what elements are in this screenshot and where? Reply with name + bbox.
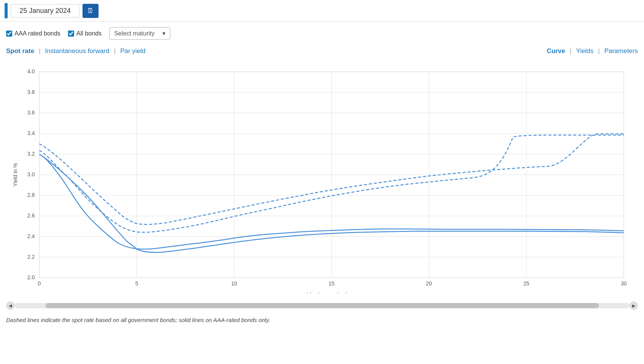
footnote: Dashed lines indicate the spot rate base… — [0, 313, 644, 331]
calendar-button[interactable]: 🗓 — [83, 4, 99, 18]
filter-bar: AAA rated bonds All bonds Select maturit… — [0, 22, 644, 45]
x-axis-label: Residual maturity in years — [296, 292, 367, 293]
svg-text:30: 30 — [621, 280, 627, 287]
nav-sep-4: | — [598, 47, 600, 55]
svg-text:10: 10 — [231, 280, 237, 287]
nav-yields[interactable]: Yields — [576, 47, 594, 55]
nav-parameters[interactable]: Parameters — [604, 47, 638, 55]
nav-sep-3: | — [570, 47, 571, 55]
aaa-bonds-checkbox[interactable] — [6, 31, 12, 37]
y-axis-label: Yield in % — [12, 163, 18, 187]
scrollbar-row: ◀ ▶ — [0, 298, 644, 313]
svg-text:2.0: 2.0 — [28, 274, 35, 280]
svg-text:20: 20 — [426, 280, 432, 287]
chart-svg: 4.0 3.8 3.6 3.4 3.2 3.0 2.8 2.6 2.4 2.2 … — [6, 64, 638, 293]
svg-text:2.4: 2.4 — [28, 233, 35, 239]
footnote-text: Dashed lines indicate the spot rate base… — [6, 317, 270, 323]
aaa-bonds-label[interactable]: AAA rated bonds — [6, 30, 60, 37]
maturity-select[interactable]: Select maturity 1Y 2Y 5Y 10Y 20Y 30Y — [114, 30, 159, 37]
top-bar: 25 January 2024 🗓 — [0, 0, 644, 22]
svg-text:5: 5 — [135, 280, 138, 287]
svg-text:3.2: 3.2 — [28, 151, 35, 157]
nav-curve[interactable]: Curve — [547, 47, 565, 55]
svg-text:2.8: 2.8 — [28, 192, 35, 198]
svg-text:3.8: 3.8 — [28, 89, 35, 95]
svg-text:15: 15 — [328, 280, 335, 287]
scrollbar-right-arrow[interactable]: ▶ — [629, 301, 638, 310]
nav-right: Curve | Yields | Parameters — [547, 47, 638, 55]
svg-text:3.6: 3.6 — [28, 110, 35, 116]
date-indicator — [5, 3, 8, 18]
svg-text:0: 0 — [38, 280, 41, 287]
all-bonds-checkbox[interactable] — [68, 31, 74, 37]
scrollbar-left-arrow[interactable]: ◀ — [6, 301, 15, 310]
all-bonds-text: All bonds — [76, 30, 102, 37]
nav-instantaneous-forward[interactable]: Instantaneous forward — [45, 47, 109, 55]
nav-sep-2: | — [114, 47, 115, 55]
chevron-down-icon: ▾ — [162, 30, 165, 37]
svg-text:25: 25 — [523, 280, 529, 287]
nav-left: Spot rate | Instantaneous forward | Par … — [6, 47, 146, 55]
nav-sep-1: | — [39, 47, 40, 55]
svg-text:3.4: 3.4 — [28, 130, 35, 136]
svg-text:2.2: 2.2 — [28, 254, 35, 260]
nav-par-yield[interactable]: Par yield — [120, 47, 146, 55]
nav-bar: Spot rate | Instantaneous forward | Par … — [0, 45, 644, 60]
date-display: 25 January 2024 — [11, 4, 79, 18]
svg-text:3.0: 3.0 — [28, 171, 35, 177]
aaa-bonds-text: AAA rated bonds — [15, 30, 60, 37]
scrollbar-thumb[interactable] — [45, 303, 599, 308]
scrollbar-track[interactable] — [15, 303, 629, 308]
all-bonds-label[interactable]: All bonds — [68, 30, 102, 37]
svg-text:4.0: 4.0 — [28, 68, 35, 74]
svg-text:2.6: 2.6 — [28, 213, 35, 219]
maturity-select-wrapper[interactable]: Select maturity 1Y 2Y 5Y 10Y 20Y 30Y ▾ — [109, 27, 170, 40]
calendar-icon: 🗓 — [87, 7, 94, 14]
chart-container: 4.0 3.8 3.6 3.4 3.2 3.0 2.8 2.6 2.4 2.2 … — [0, 60, 644, 298]
nav-spot-rate[interactable]: Spot rate — [6, 47, 34, 55]
